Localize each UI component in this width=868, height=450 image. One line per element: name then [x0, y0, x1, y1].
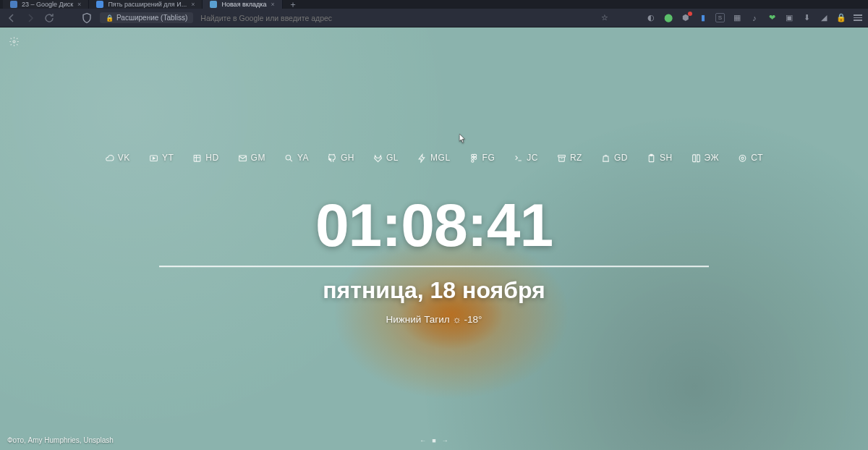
- svg-rect-9: [558, 155, 566, 157]
- cloud-icon: [105, 153, 114, 163]
- grid-icon: [192, 153, 202, 163]
- close-icon[interactable]: ×: [271, 1, 274, 8]
- divider: [159, 266, 709, 267]
- ext-icon-7[interactable]: ♪: [749, 13, 760, 23]
- svg-point-13: [741, 157, 744, 159]
- ext-icon-5[interactable]: S: [715, 13, 725, 22]
- ext-icon-4[interactable]: ▮: [698, 13, 708, 23]
- tab-new-tab[interactable]: Новая вкладка ×: [203, 0, 282, 9]
- ext-icon-1[interactable]: ◐: [646, 13, 656, 23]
- ext-icon-3[interactable]: ⬢: [681, 13, 691, 23]
- shortcut-label: YA: [297, 153, 309, 163]
- svg-point-4: [286, 155, 291, 160]
- shield-icon[interactable]: [81, 12, 93, 24]
- date: пятница, 18 ноября: [109, 277, 760, 304]
- shortcut-label: RZ: [570, 153, 582, 163]
- close-icon[interactable]: ×: [77, 1, 81, 8]
- close-icon[interactable]: ×: [191, 1, 195, 8]
- shortcut-gd[interactable]: GD: [601, 153, 628, 163]
- ext-icon-6[interactable]: ▦: [732, 13, 742, 23]
- pause-bg-icon[interactable]: ■: [432, 437, 435, 444]
- tab-title: Новая вкладка: [221, 1, 266, 8]
- shortcut-fg[interactable]: FG: [469, 153, 495, 163]
- gitlab-icon: [373, 153, 383, 163]
- reload-button[interactable]: [43, 12, 55, 24]
- forward-button[interactable]: [25, 12, 36, 24]
- shortcut-gm[interactable]: GM: [238, 153, 265, 163]
- tab-title: Пять расширений для И...: [108, 1, 187, 8]
- back-button[interactable]: [6, 12, 17, 24]
- svg-rect-2: [194, 155, 200, 161]
- weather: Нижний Тагил ☼ -18°: [109, 314, 760, 325]
- ext-icon-8[interactable]: ❤: [767, 13, 777, 23]
- menu-icon[interactable]: [854, 14, 862, 21]
- ext-icon-11[interactable]: ◢: [819, 13, 829, 23]
- shortcut-ct[interactable]: CT: [738, 153, 763, 163]
- shortcut-label: SH: [660, 153, 673, 163]
- mouse-cursor: [459, 133, 466, 143]
- svg-point-6: [471, 157, 473, 159]
- new-tab-page: VKYTHDGMYAGHGLMGLFGJCRZGDSHЭЖCT 01:08:41…: [0, 27, 868, 450]
- svg-point-7: [471, 159, 473, 161]
- search-icon: [284, 153, 294, 163]
- extension-pill[interactable]: 🔒 Расширение (Tabliss): [100, 12, 193, 23]
- photo-credit: Фото, Amy Humphries, Unsplash: [7, 436, 114, 444]
- weather-temp: -18°: [464, 314, 482, 325]
- shortcut-jc[interactable]: JC: [514, 153, 538, 163]
- shortcut-gh[interactable]: GH: [328, 153, 354, 163]
- shortcut-hd[interactable]: HD: [192, 153, 218, 163]
- play-icon: [149, 153, 158, 163]
- bag-icon: [601, 153, 610, 163]
- figma-icon: [469, 153, 479, 163]
- book-icon: [692, 153, 701, 163]
- sun-icon: ☼: [452, 314, 464, 325]
- shortcut-row: VKYTHDGMYAGHGLMGLFGJCRZGDSHЭЖCT: [109, 153, 760, 163]
- shortcut-label: GM: [251, 153, 265, 163]
- tab-google-disk[interactable]: 23 – Google Диск ×: [3, 0, 89, 9]
- bolt-icon: [417, 153, 427, 163]
- next-bg-icon[interactable]: →: [442, 437, 448, 444]
- shortcut-label: ЭЖ: [705, 153, 720, 163]
- github-icon: [328, 153, 337, 163]
- terminal-icon: [514, 153, 523, 163]
- shortcut-yt[interactable]: YT: [149, 153, 174, 163]
- svg-point-5: [471, 154, 473, 156]
- shortcut-label: YT: [162, 153, 174, 163]
- prev-bg-icon[interactable]: ←: [420, 437, 426, 444]
- shortcut-label: CT: [751, 153, 763, 163]
- shortcut-vk[interactable]: VK: [105, 153, 130, 163]
- svg-point-0: [13, 41, 15, 43]
- shortcut-label: GL: [386, 153, 399, 163]
- ext-icon-9[interactable]: ▣: [784, 13, 794, 23]
- tab-title: 23 – Google Диск: [22, 1, 73, 8]
- shortcut-label: VK: [118, 153, 130, 163]
- ext-icon-2[interactable]: ⬤: [663, 13, 673, 23]
- shortcut-mgl[interactable]: MGL: [417, 153, 451, 163]
- shortcut-label: GH: [341, 153, 354, 163]
- shortcut-label: JC: [527, 153, 538, 163]
- tab-bar: 23 – Google Диск × Пять расширений для И…: [0, 0, 868, 9]
- favicon-icon: [10, 1, 17, 8]
- url-input[interactable]: [200, 14, 592, 22]
- clipboard-icon: [647, 153, 656, 163]
- shortcut-sh[interactable]: SH: [647, 153, 673, 163]
- svg-point-8: [474, 157, 476, 159]
- shortcut-rz[interactable]: RZ: [557, 153, 582, 163]
- shortcut-label: MGL: [430, 153, 451, 163]
- target-icon: [738, 153, 747, 163]
- shortcut-эж[interactable]: ЭЖ: [692, 153, 720, 163]
- settings-gear-icon[interactable]: [9, 36, 20, 49]
- shortcut-ya[interactable]: YA: [284, 153, 309, 163]
- archive-icon: [557, 153, 566, 163]
- favicon-icon: [96, 1, 103, 8]
- lock-icon: 🔒: [106, 14, 114, 22]
- mail-icon: [238, 153, 247, 163]
- tab-extensions-article[interactable]: Пять расширений для И... ×: [89, 0, 203, 9]
- new-tab-button[interactable]: ＋: [283, 0, 303, 11]
- svg-point-12: [739, 155, 746, 161]
- ext-icon-10[interactable]: ⬇: [801, 13, 812, 23]
- ext-icon-12[interactable]: 🔒: [836, 13, 846, 23]
- shortcut-gl[interactable]: GL: [373, 153, 399, 163]
- bookmark-icon[interactable]: ☆: [600, 13, 610, 23]
- address-bar: 🔒 Расширение (Tabliss) ☆ ◐ ⬤ ⬢ ▮ S ▦ ♪ ❤…: [0, 9, 868, 27]
